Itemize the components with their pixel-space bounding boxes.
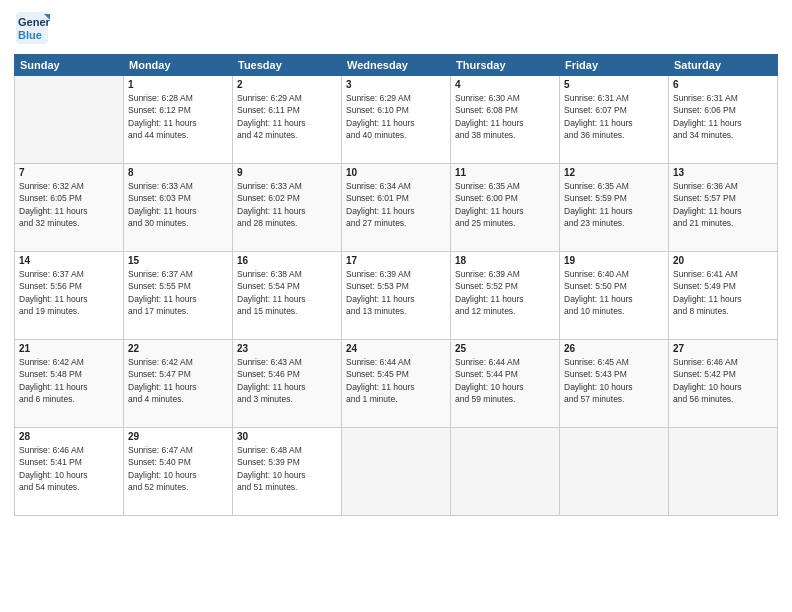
day-info: Sunrise: 6:36 AM Sunset: 5:57 PM Dayligh… [673,180,773,229]
header: General Blue [14,10,778,46]
calendar-cell: 27Sunrise: 6:46 AM Sunset: 5:42 PM Dayli… [669,340,778,428]
day-number: 11 [455,167,555,178]
day-info: Sunrise: 6:37 AM Sunset: 5:56 PM Dayligh… [19,268,119,317]
calendar-cell: 1Sunrise: 6:28 AM Sunset: 6:12 PM Daylig… [124,76,233,164]
day-number: 30 [237,431,337,442]
weekday-monday: Monday [124,55,233,76]
day-number: 8 [128,167,228,178]
day-number: 20 [673,255,773,266]
calendar-cell: 2Sunrise: 6:29 AM Sunset: 6:11 PM Daylig… [233,76,342,164]
calendar-cell: 3Sunrise: 6:29 AM Sunset: 6:10 PM Daylig… [342,76,451,164]
day-info: Sunrise: 6:31 AM Sunset: 6:07 PM Dayligh… [564,92,664,141]
day-info: Sunrise: 6:38 AM Sunset: 5:54 PM Dayligh… [237,268,337,317]
day-info: Sunrise: 6:45 AM Sunset: 5:43 PM Dayligh… [564,356,664,405]
day-info: Sunrise: 6:29 AM Sunset: 6:10 PM Dayligh… [346,92,446,141]
day-number: 23 [237,343,337,354]
day-info: Sunrise: 6:47 AM Sunset: 5:40 PM Dayligh… [128,444,228,493]
day-number: 25 [455,343,555,354]
day-number: 24 [346,343,446,354]
day-number: 28 [19,431,119,442]
calendar-cell: 24Sunrise: 6:44 AM Sunset: 5:45 PM Dayli… [342,340,451,428]
day-info: Sunrise: 6:42 AM Sunset: 5:47 PM Dayligh… [128,356,228,405]
day-number: 4 [455,79,555,90]
day-info: Sunrise: 6:35 AM Sunset: 6:00 PM Dayligh… [455,180,555,229]
weekday-saturday: Saturday [669,55,778,76]
day-number: 22 [128,343,228,354]
weekday-tuesday: Tuesday [233,55,342,76]
calendar-cell: 30Sunrise: 6:48 AM Sunset: 5:39 PM Dayli… [233,428,342,516]
day-info: Sunrise: 6:28 AM Sunset: 6:12 PM Dayligh… [128,92,228,141]
page: General Blue SundayMondayTuesdayWednesda… [0,0,792,612]
week-row-1: 1Sunrise: 6:28 AM Sunset: 6:12 PM Daylig… [15,76,778,164]
calendar-cell: 7Sunrise: 6:32 AM Sunset: 6:05 PM Daylig… [15,164,124,252]
calendar-cell: 26Sunrise: 6:45 AM Sunset: 5:43 PM Dayli… [560,340,669,428]
day-info: Sunrise: 6:39 AM Sunset: 5:53 PM Dayligh… [346,268,446,317]
weekday-thursday: Thursday [451,55,560,76]
calendar-cell: 12Sunrise: 6:35 AM Sunset: 5:59 PM Dayli… [560,164,669,252]
calendar-cell: 11Sunrise: 6:35 AM Sunset: 6:00 PM Dayli… [451,164,560,252]
weekday-wednesday: Wednesday [342,55,451,76]
calendar-cell: 20Sunrise: 6:41 AM Sunset: 5:49 PM Dayli… [669,252,778,340]
calendar-cell: 25Sunrise: 6:44 AM Sunset: 5:44 PM Dayli… [451,340,560,428]
day-number: 2 [237,79,337,90]
day-number: 27 [673,343,773,354]
day-info: Sunrise: 6:46 AM Sunset: 5:42 PM Dayligh… [673,356,773,405]
week-row-2: 7Sunrise: 6:32 AM Sunset: 6:05 PM Daylig… [15,164,778,252]
calendar-cell: 29Sunrise: 6:47 AM Sunset: 5:40 PM Dayli… [124,428,233,516]
day-number: 10 [346,167,446,178]
calendar-cell [669,428,778,516]
day-info: Sunrise: 6:35 AM Sunset: 5:59 PM Dayligh… [564,180,664,229]
logo-svg: General Blue [14,10,50,46]
day-number: 1 [128,79,228,90]
calendar-cell [342,428,451,516]
day-info: Sunrise: 6:39 AM Sunset: 5:52 PM Dayligh… [455,268,555,317]
week-row-4: 21Sunrise: 6:42 AM Sunset: 5:48 PM Dayli… [15,340,778,428]
day-number: 3 [346,79,446,90]
day-number: 5 [564,79,664,90]
calendar-cell: 4Sunrise: 6:30 AM Sunset: 6:08 PM Daylig… [451,76,560,164]
day-info: Sunrise: 6:33 AM Sunset: 6:03 PM Dayligh… [128,180,228,229]
day-info: Sunrise: 6:37 AM Sunset: 5:55 PM Dayligh… [128,268,228,317]
calendar-cell: 17Sunrise: 6:39 AM Sunset: 5:53 PM Dayli… [342,252,451,340]
day-number: 14 [19,255,119,266]
day-info: Sunrise: 6:32 AM Sunset: 6:05 PM Dayligh… [19,180,119,229]
svg-text:General: General [18,16,50,28]
day-info: Sunrise: 6:29 AM Sunset: 6:11 PM Dayligh… [237,92,337,141]
day-number: 6 [673,79,773,90]
weekday-friday: Friday [560,55,669,76]
day-number: 18 [455,255,555,266]
calendar-cell [451,428,560,516]
day-info: Sunrise: 6:42 AM Sunset: 5:48 PM Dayligh… [19,356,119,405]
day-number: 21 [19,343,119,354]
calendar-cell [15,76,124,164]
day-info: Sunrise: 6:46 AM Sunset: 5:41 PM Dayligh… [19,444,119,493]
day-info: Sunrise: 6:34 AM Sunset: 6:01 PM Dayligh… [346,180,446,229]
day-info: Sunrise: 6:41 AM Sunset: 5:49 PM Dayligh… [673,268,773,317]
day-info: Sunrise: 6:44 AM Sunset: 5:44 PM Dayligh… [455,356,555,405]
day-number: 7 [19,167,119,178]
calendar-cell: 23Sunrise: 6:43 AM Sunset: 5:46 PM Dayli… [233,340,342,428]
weekday-sunday: Sunday [15,55,124,76]
calendar-cell: 15Sunrise: 6:37 AM Sunset: 5:55 PM Dayli… [124,252,233,340]
calendar-cell: 6Sunrise: 6:31 AM Sunset: 6:06 PM Daylig… [669,76,778,164]
calendar-cell: 5Sunrise: 6:31 AM Sunset: 6:07 PM Daylig… [560,76,669,164]
calendar-cell: 16Sunrise: 6:38 AM Sunset: 5:54 PM Dayli… [233,252,342,340]
day-number: 15 [128,255,228,266]
calendar-cell: 10Sunrise: 6:34 AM Sunset: 6:01 PM Dayli… [342,164,451,252]
calendar-cell: 19Sunrise: 6:40 AM Sunset: 5:50 PM Dayli… [560,252,669,340]
svg-text:Blue: Blue [18,29,42,41]
day-info: Sunrise: 6:44 AM Sunset: 5:45 PM Dayligh… [346,356,446,405]
calendar-cell: 22Sunrise: 6:42 AM Sunset: 5:47 PM Dayli… [124,340,233,428]
day-info: Sunrise: 6:40 AM Sunset: 5:50 PM Dayligh… [564,268,664,317]
day-number: 9 [237,167,337,178]
weekday-header-row: SundayMondayTuesdayWednesdayThursdayFrid… [15,55,778,76]
calendar-cell [560,428,669,516]
day-number: 19 [564,255,664,266]
week-row-5: 28Sunrise: 6:46 AM Sunset: 5:41 PM Dayli… [15,428,778,516]
logo: General Blue [14,10,50,46]
day-info: Sunrise: 6:31 AM Sunset: 6:06 PM Dayligh… [673,92,773,141]
day-info: Sunrise: 6:30 AM Sunset: 6:08 PM Dayligh… [455,92,555,141]
calendar-cell: 28Sunrise: 6:46 AM Sunset: 5:41 PM Dayli… [15,428,124,516]
day-number: 13 [673,167,773,178]
day-info: Sunrise: 6:43 AM Sunset: 5:46 PM Dayligh… [237,356,337,405]
